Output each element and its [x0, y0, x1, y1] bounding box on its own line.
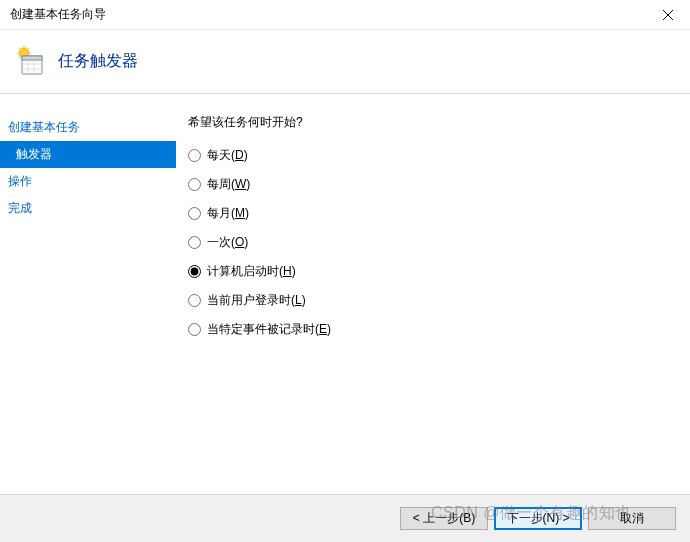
trigger-label-6: 当特定事件被记录时(E): [207, 321, 331, 338]
trigger-radio-1[interactable]: [188, 178, 201, 191]
svg-rect-10: [22, 56, 42, 60]
trigger-option-0[interactable]: 每天(D): [188, 147, 678, 164]
trigger-label-1: 每周(W): [207, 176, 250, 193]
cancel-button[interactable]: 取消: [588, 507, 676, 530]
trigger-radio-0[interactable]: [188, 149, 201, 162]
trigger-option-4[interactable]: 计算机启动时(H): [188, 263, 678, 280]
window-title: 创建基本任务向导: [10, 6, 106, 23]
sidebar-item-0[interactable]: 创建基本任务: [0, 114, 176, 141]
trigger-label-4: 计算机启动时(H): [207, 263, 296, 280]
next-button[interactable]: 下一步(N) >: [494, 507, 582, 530]
svg-line-7: [28, 48, 30, 50]
trigger-radio-2[interactable]: [188, 207, 201, 220]
sidebar-item-1[interactable]: 触发器: [0, 141, 176, 168]
wizard-sidebar: 创建基本任务触发器操作完成: [0, 94, 176, 494]
trigger-label-0: 每天(D): [207, 147, 248, 164]
sidebar-item-2[interactable]: 操作: [0, 168, 176, 195]
wizard-footer: < 上一步(B) 下一步(N) > 取消: [0, 494, 690, 542]
close-icon: [663, 10, 673, 20]
page-title: 任务触发器: [58, 51, 138, 72]
wizard-body: 创建基本任务触发器操作完成 希望该任务何时开始? 每天(D)每周(W)每月(M)…: [0, 94, 690, 494]
wizard-icon: [14, 46, 46, 78]
sidebar-item-3[interactable]: 完成: [0, 195, 176, 222]
trigger-radio-4[interactable]: [188, 265, 201, 278]
trigger-option-6[interactable]: 当特定事件被记录时(E): [188, 321, 678, 338]
trigger-radio-3[interactable]: [188, 236, 201, 249]
close-button[interactable]: [645, 0, 690, 30]
trigger-radio-group: 每天(D)每周(W)每月(M)一次(O)计算机启动时(H)当前用户登录时(L)当…: [188, 147, 678, 338]
trigger-label-3: 一次(O): [207, 234, 248, 251]
trigger-radio-6[interactable]: [188, 323, 201, 336]
back-button[interactable]: < 上一步(B): [400, 507, 488, 530]
trigger-option-5[interactable]: 当前用户登录时(L): [188, 292, 678, 309]
trigger-option-2[interactable]: 每月(M): [188, 205, 678, 222]
trigger-label-5: 当前用户登录时(L): [207, 292, 306, 309]
wizard-main: 希望该任务何时开始? 每天(D)每周(W)每月(M)一次(O)计算机启动时(H)…: [176, 94, 690, 494]
wizard-header: 任务触发器: [0, 30, 690, 94]
svg-line-5: [19, 48, 21, 50]
trigger-label-2: 每月(M): [207, 205, 249, 222]
titlebar: 创建基本任务向导: [0, 0, 690, 30]
prompt-text: 希望该任务何时开始?: [188, 114, 678, 131]
trigger-radio-5[interactable]: [188, 294, 201, 307]
trigger-option-1[interactable]: 每周(W): [188, 176, 678, 193]
svg-line-8: [19, 56, 21, 58]
trigger-option-3[interactable]: 一次(O): [188, 234, 678, 251]
